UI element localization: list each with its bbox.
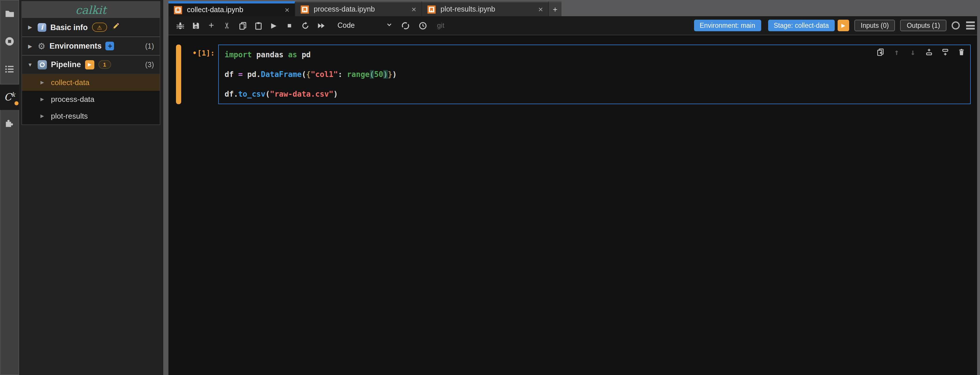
app-window: Ck calkit ▶ i Basic info ⚠ ▶ ⚙ Environme… [0, 0, 980, 375]
kernel-status-icon[interactable] [951, 21, 960, 30]
sidebar-item-table-of-contents[interactable] [1, 56, 19, 84]
cell-dirty-indicator: • [192, 49, 197, 57]
new-tab-button[interactable]: + [549, 1, 562, 16]
tab-bar-filler [562, 1, 980, 16]
sidebar-resize-handle[interactable] [163, 0, 169, 375]
close-icon[interactable]: × [538, 5, 543, 14]
tab-label: process-data.ipynb [314, 5, 375, 13]
panel-title: calkit [21, 1, 160, 18]
git-status-label: git [437, 21, 444, 30]
pipeline-badge: 1 [99, 60, 111, 69]
folder-icon [5, 8, 14, 21]
stage-button[interactable]: Stage: collect-data [768, 20, 835, 31]
pipeline-stage-list: ▶ collect-data ▶ process-data ▶ plot-res… [22, 73, 160, 124]
notebook-icon [301, 5, 309, 14]
main-area: collect-data.ipynb × process-data.ipynb … [169, 0, 980, 375]
window-scrollbar[interactable] [977, 0, 980, 375]
restart-run-all-button[interactable] [316, 21, 325, 30]
inputs-button[interactable]: Inputs (0) [854, 20, 895, 31]
environments-count: (1) [145, 42, 154, 50]
tab-plot-results[interactable]: plot-results.ipynb × [422, 1, 549, 16]
restart-kernel-button[interactable] [301, 21, 310, 30]
close-icon[interactable]: × [412, 5, 416, 14]
calkit-logo: Ck [4, 92, 15, 102]
code-editor[interactable]: import pandas as pd df = pd.DataFrame({"… [218, 44, 971, 104]
chevron-down-icon[interactable]: ▼ [27, 62, 33, 67]
section-label: Pipeline [51, 60, 81, 69]
notebook-toolbar: + ✂ ▶ ■ Code git Environment: main Stage… [169, 16, 980, 35]
environment-button[interactable]: Environment: main [694, 20, 761, 31]
pipeline-icon [38, 60, 47, 69]
tab-label: plot-results.ipynb [441, 5, 495, 13]
chevron-down-icon [386, 21, 393, 30]
stage-label: collect-data [51, 78, 89, 87]
edit-icon[interactable] [111, 22, 120, 33]
add-environment-button[interactable]: + [106, 42, 115, 50]
chevron-right-icon[interactable]: ▶ [39, 80, 45, 85]
running-icon [5, 36, 14, 48]
warning-icon: ⚠ [97, 24, 102, 30]
activity-bar: Ck [0, 0, 19, 375]
kernel-sync-icon[interactable] [401, 21, 410, 30]
chevron-right-icon[interactable]: ▶ [27, 24, 33, 30]
notebook-content[interactable]: •[1]: import pandas as pd df = pd.DataFr… [169, 35, 980, 375]
stage-item-process-data[interactable]: ▶ process-data [22, 91, 160, 108]
tab-bar: collect-data.ipynb × process-data.ipynb … [169, 0, 980, 16]
insert-cell-above-icon[interactable] [925, 48, 933, 56]
sidebar-item-extensions[interactable] [1, 110, 19, 138]
play-icon: ▶ [88, 62, 91, 67]
move-cell-up-icon[interactable]: ↑ [892, 48, 901, 56]
notebook-icon [427, 5, 436, 14]
run-cell-button[interactable]: ▶ [269, 21, 278, 30]
cut-cells-button[interactable]: ✂ [222, 21, 232, 30]
toc-icon [5, 64, 14, 76]
move-cell-down-icon[interactable]: ↓ [909, 48, 917, 56]
code-lines: import pandas as pd df = pd.DataFrame({"… [224, 50, 964, 99]
chevron-right-icon[interactable]: ▶ [27, 43, 33, 49]
close-icon[interactable]: × [285, 5, 290, 14]
debugger-button[interactable] [175, 21, 185, 30]
activity-group-bottom [0, 110, 19, 375]
tab-label: collect-data.ipynb [187, 6, 243, 14]
tab-collect-data[interactable]: collect-data.ipynb × [169, 1, 295, 16]
paste-cells-button[interactable] [253, 21, 263, 30]
duplicate-cell-icon[interactable] [877, 48, 885, 56]
code-cell: •[1]: import pandas as pd df = pd.DataFr… [176, 44, 971, 104]
delete-cell-icon[interactable] [958, 48, 966, 56]
cell-collapser[interactable] [176, 44, 181, 104]
copy-cells-button[interactable] [238, 21, 247, 30]
section-environments[interactable]: ▶ ⚙ Environments + (1) [22, 37, 160, 55]
pipeline-count: (3) [145, 60, 154, 68]
run-stage-button[interactable]: ▶ [838, 20, 849, 31]
chevron-right-icon[interactable]: ▶ [39, 113, 45, 119]
insert-cell-below-icon[interactable] [941, 48, 949, 56]
sidebar-item-running-sessions[interactable] [1, 29, 19, 56]
warning-badge[interactable]: ⚠ [92, 22, 107, 32]
section-label: Environments [49, 42, 102, 50]
save-button[interactable] [191, 21, 200, 30]
stage-label: plot-results [51, 112, 88, 120]
hamburger-menu-icon[interactable] [966, 21, 975, 30]
section-pipeline[interactable]: ▼ Pipeline ▶ 1 (3) [22, 55, 160, 73]
calkit-logo-dot [14, 101, 19, 105]
puzzle-icon [5, 118, 14, 130]
plus-icon: + [553, 5, 557, 14]
interrupt-kernel-button[interactable]: ■ [285, 21, 294, 30]
insert-cell-button[interactable]: + [207, 21, 216, 30]
cell-type-dropdown[interactable]: Code [337, 21, 393, 30]
notebook-icon [173, 5, 182, 14]
sidebar-item-calkit[interactable]: Ck [0, 84, 19, 110]
stage-item-collect-data[interactable]: ▶ collect-data [22, 74, 160, 91]
gear-icon: ⚙ [38, 42, 45, 50]
calkit-tree: ▶ i Basic info ⚠ ▶ ⚙ Environments + (1) … [21, 18, 160, 125]
chevron-right-icon[interactable]: ▶ [39, 97, 45, 102]
section-basic-info[interactable]: ▶ i Basic info ⚠ [22, 18, 160, 37]
history-clock-icon[interactable] [418, 21, 427, 30]
sidebar-item-file-browser[interactable] [1, 1, 19, 29]
tab-process-data[interactable]: process-data.ipynb × [295, 1, 422, 16]
stage-item-plot-results[interactable]: ▶ plot-results [22, 108, 160, 124]
activity-group-top [0, 0, 19, 84]
outputs-button[interactable]: Outputs (1) [900, 20, 947, 31]
cell-prompt: •[1]: [181, 44, 218, 104]
run-pipeline-button[interactable]: ▶ [85, 60, 94, 69]
